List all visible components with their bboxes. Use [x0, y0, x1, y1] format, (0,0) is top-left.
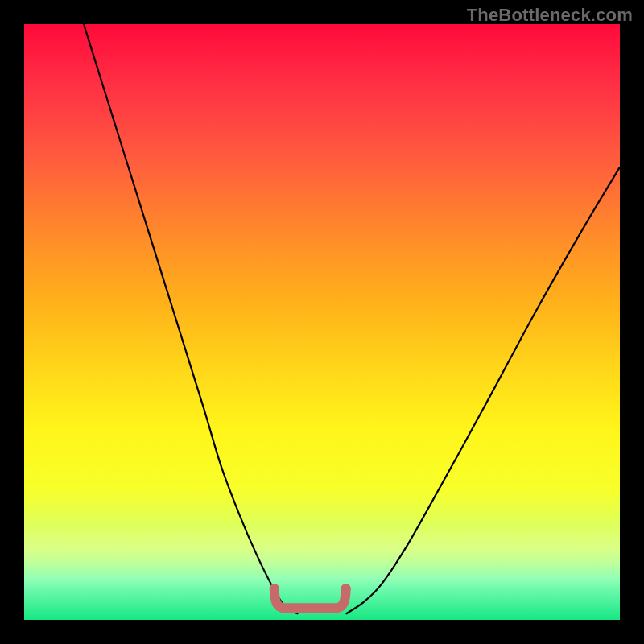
- trough-marker: [275, 588, 346, 608]
- plot-area: [24, 24, 620, 620]
- watermark-text: TheBottleneck.com: [467, 5, 633, 26]
- trough-marker-left-dot: [270, 584, 279, 593]
- left-curve: [84, 24, 298, 614]
- trough-marker-right-dot: [341, 584, 351, 593]
- curve-layer: [24, 24, 620, 620]
- right-curve: [346, 167, 620, 614]
- chart-frame: TheBottleneck.com: [0, 0, 644, 644]
